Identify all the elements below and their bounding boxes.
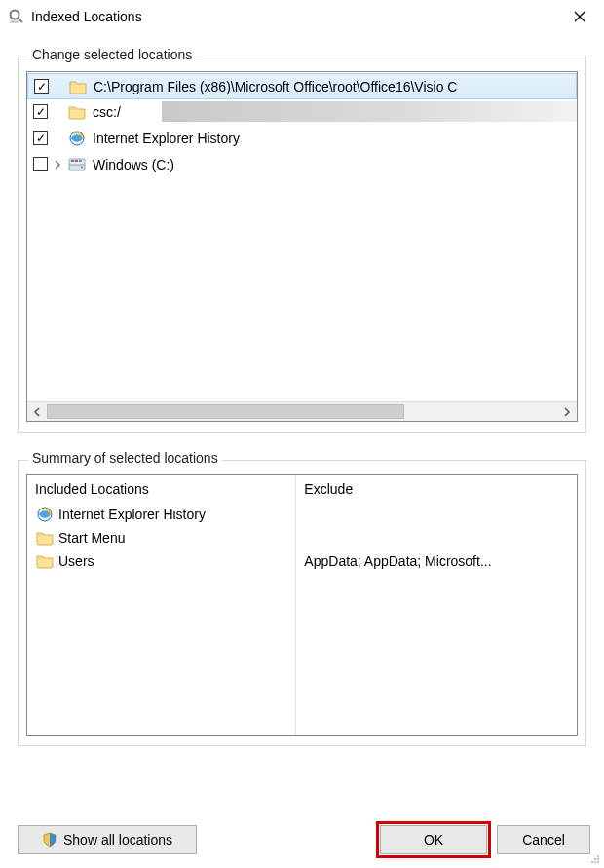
tree-checkbox[interactable]: ✓ <box>34 79 49 94</box>
exclude-cell <box>304 503 569 526</box>
exclude-cell <box>304 526 569 549</box>
tree-item[interactable]: ✓Internet Explorer History <box>27 125 577 151</box>
resize-grip[interactable] <box>587 851 601 865</box>
exclude-column: Exclude AppData; AppData; Microsoft... <box>296 475 577 735</box>
summary-legend: Summary of selected locations <box>28 450 222 466</box>
tree-item[interactable]: ✓csc:/ <box>27 98 577 125</box>
folder-icon <box>68 79 88 94</box>
window-title: Indexed Locations <box>31 9 142 24</box>
ie-icon <box>35 506 55 523</box>
included-item-label: Start Menu <box>58 530 125 546</box>
drive-icon <box>67 157 87 172</box>
button-row: Show all locations OK Cancel <box>18 825 590 854</box>
svg-point-16 <box>591 861 593 863</box>
svg-point-17 <box>594 861 596 863</box>
svg-line-1 <box>19 19 23 23</box>
tree-item[interactable]: Windows (C:) <box>27 151 577 177</box>
app-icon <box>8 8 25 25</box>
tree-item-label: Windows (C:) <box>91 157 174 172</box>
scroll-thumb[interactable] <box>47 404 404 419</box>
included-header: Included Locations <box>35 481 287 497</box>
included-item-label: Internet Explorer History <box>58 507 206 522</box>
ie-icon <box>67 130 87 147</box>
scroll-right-arrow[interactable] <box>557 402 577 422</box>
titlebar: Indexed Locations <box>0 0 604 33</box>
svg-point-18 <box>597 861 599 863</box>
svg-point-15 <box>597 858 599 860</box>
included-column: Included Locations Internet Explorer His… <box>27 475 296 735</box>
tree-checkbox[interactable]: ✓ <box>33 131 48 145</box>
folder-icon <box>35 530 55 546</box>
folder-icon <box>35 553 55 569</box>
tree-item[interactable]: ✓C:\Program Files (x86)\Microsoft Office… <box>27 73 577 99</box>
tree-checkbox[interactable]: ✓ <box>33 104 48 119</box>
tree-expander[interactable] <box>52 160 63 170</box>
svg-rect-8 <box>71 160 74 162</box>
tree-checkbox[interactable] <box>33 157 48 171</box>
tree-item-label: C:\Program Files (x86)\Microsoft Office\… <box>92 79 457 94</box>
dialog-content: Change selected locations ✓C:\Program Fi… <box>0 33 604 756</box>
change-locations-legend: Change selected locations <box>28 47 196 62</box>
exclude-header: Exclude <box>304 481 569 497</box>
show-all-label: Show all locations <box>63 832 172 848</box>
svg-point-13 <box>597 855 599 857</box>
scroll-track[interactable] <box>47 402 557 421</box>
cancel-button[interactable]: Cancel <box>497 825 590 854</box>
scroll-left-arrow[interactable] <box>27 402 47 422</box>
svg-rect-9 <box>75 160 78 162</box>
close-button[interactable] <box>557 1 602 32</box>
included-item[interactable]: Start Menu <box>35 526 287 549</box>
locations-tree[interactable]: ✓C:\Program Files (x86)\Microsoft Office… <box>26 71 578 422</box>
indexed-locations-dialog: Indexed Locations Change selected locati… <box>0 0 604 868</box>
ok-button[interactable]: OK <box>380 825 487 854</box>
shield-icon <box>42 832 57 848</box>
svg-rect-2 <box>10 20 19 23</box>
horizontal-scrollbar[interactable] <box>27 401 577 421</box>
included-item-label: Users <box>58 553 94 569</box>
included-item[interactable]: Internet Explorer History <box>35 503 287 526</box>
folder-icon <box>67 104 87 120</box>
tree-item-label: Internet Explorer History <box>91 131 240 146</box>
show-all-locations-button[interactable]: Show all locations <box>18 825 197 854</box>
svg-point-11 <box>81 166 83 168</box>
svg-point-0 <box>11 11 19 19</box>
cancel-label: Cancel <box>522 832 565 848</box>
exclude-cell: AppData; AppData; Microsoft... <box>304 549 569 573</box>
tree-item-label: csc:/ <box>91 104 121 120</box>
summary-group: Summary of selected locations Included L… <box>18 460 586 746</box>
ok-label: OK <box>424 832 443 848</box>
change-locations-group: Change selected locations ✓C:\Program Fi… <box>18 57 586 433</box>
svg-point-14 <box>594 858 596 860</box>
svg-rect-10 <box>79 160 82 162</box>
included-item[interactable]: Users <box>35 549 287 573</box>
summary-list[interactable]: Included Locations Internet Explorer His… <box>26 474 578 736</box>
